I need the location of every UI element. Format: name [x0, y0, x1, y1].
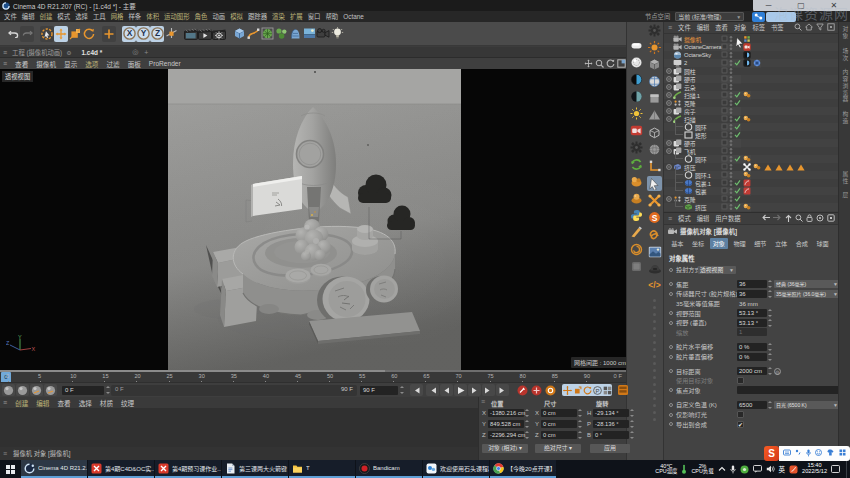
- menu-扩展[interactable]: 扩展: [290, 12, 303, 21]
- tray-notification-icon[interactable]: [831, 465, 840, 473]
- tray-mic-icon[interactable]: [730, 465, 736, 474]
- palette-code-icon[interactable]: </>: [647, 278, 662, 293]
- attr-tab-立体[interactable]: 立体: [772, 238, 791, 249]
- field-value[interactable]: 36: [737, 280, 767, 288]
- end-frame-field[interactable]: 90 F: [360, 386, 398, 395]
- anim-key-ball-2-icon[interactable]: [16, 384, 29, 396]
- menu-网格[interactable]: 网格: [111, 12, 124, 21]
- palette-sun2-icon[interactable]: [647, 40, 662, 55]
- om-filter-icon[interactable]: [816, 23, 824, 32]
- prev-frame-button[interactable]: [440, 384, 453, 396]
- toolbar-add-cube-button[interactable]: [232, 26, 246, 42]
- attr-tab-基本[interactable]: 基本: [668, 238, 687, 249]
- field-stepper[interactable]: [768, 309, 772, 317]
- next-frame-button[interactable]: [468, 384, 481, 396]
- kf-parameter-toggle[interactable]: P: [592, 385, 601, 394]
- palette-mat-capsule-icon[interactable]: [629, 38, 644, 53]
- docbar-menu-icon[interactable]: ≡: [3, 49, 7, 56]
- menu-运动图形[interactable]: 运动图形: [164, 12, 190, 21]
- attr-tab-球面[interactable]: 球面: [813, 238, 832, 249]
- palette-pyramid-icon[interactable]: [647, 108, 662, 123]
- tag-tri-icon[interactable]: [797, 164, 805, 171]
- taskbar-item[interactable]: Bandicam: [356, 460, 422, 478]
- attr-tab-坐标[interactable]: 坐标: [689, 238, 708, 249]
- document-tab[interactable]: 1.c4d *: [76, 49, 109, 56]
- palette-grey-box-icon[interactable]: [629, 259, 644, 274]
- toolbar-add-camera-button[interactable]: [316, 26, 330, 42]
- palette-gear-dark-icon[interactable]: [629, 140, 644, 155]
- vp-rotate-icon[interactable]: [606, 59, 615, 69]
- timeline-window-button[interactable]: [617, 384, 629, 396]
- dock-tab-内容浏览器[interactable]: 内容浏览器: [841, 69, 850, 103]
- tray-sogou-icon[interactable]: [789, 465, 798, 474]
- coord-value-旋转-H[interactable]: -29.134 °: [593, 409, 629, 417]
- om-menu-书签[interactable]: 书签: [771, 23, 784, 32]
- kf-pla-toggle[interactable]: [602, 385, 611, 394]
- coord-stepper[interactable]: [525, 431, 529, 439]
- menu-样条[interactable]: 样条: [128, 12, 141, 21]
- anim-key-ball-4-icon[interactable]: [44, 384, 57, 396]
- menu-模式[interactable]: 模式: [57, 12, 70, 21]
- palette-photo-icon[interactable]: [647, 244, 662, 259]
- viewport-menu-显示[interactable]: 显示: [64, 59, 77, 69]
- vp-toggle-icon[interactable]: [617, 59, 626, 69]
- menu-工具[interactable]: 工具: [93, 12, 106, 21]
- taskbar-item[interactable]: 欢迎使用石头课程群: [423, 460, 489, 478]
- viewport-menu-面板[interactable]: 面板: [128, 59, 141, 69]
- vp-pan-icon[interactable]: [584, 59, 593, 69]
- field-value[interactable]: 0 %: [737, 343, 767, 351]
- coord-value-位置-Z[interactable]: -2296.294 cm: [488, 431, 524, 439]
- coords-mode-select[interactable]: 对象 (相对) ▾: [482, 444, 528, 453]
- frame-stepper[interactable]: [106, 386, 110, 394]
- am-menu-编辑[interactable]: 编辑: [697, 214, 710, 223]
- gear-icon[interactable]: ⚙: [66, 49, 71, 56]
- tree-row[interactable]: 挤压: [664, 203, 839, 211]
- coord-stepper[interactable]: [578, 409, 582, 417]
- field-stepper[interactable]: [768, 280, 772, 288]
- vp-zoom-icon[interactable]: [595, 59, 604, 69]
- toolbar-lock-y-tool[interactable]: Y: [136, 26, 150, 42]
- coord-stepper[interactable]: [630, 409, 634, 417]
- palette-sync-green-icon[interactable]: [629, 157, 644, 172]
- om-search-icon[interactable]: [794, 23, 802, 32]
- field-stepper[interactable]: [768, 353, 772, 361]
- palette-mat-ball-icon[interactable]: [629, 55, 644, 70]
- field-checkbox[interactable]: [737, 377, 744, 384]
- taskbar-item[interactable]: Cinema 4D R21.2...: [21, 460, 87, 478]
- toolbar-rotate-tool[interactable]: [82, 26, 96, 42]
- tray-clock[interactable]: 15:402022/5/12: [802, 463, 827, 474]
- palette-cap-icon[interactable]: [647, 261, 662, 276]
- om-menu-编辑[interactable]: 编辑: [697, 23, 710, 32]
- tag-phong-icon[interactable]: [743, 203, 751, 211]
- toolbar-add-light-button[interactable]: [330, 26, 344, 42]
- am-menu-模式[interactable]: 模式: [678, 214, 691, 223]
- apply-button[interactable]: 应用: [590, 444, 630, 453]
- field-stepper[interactable]: [768, 319, 772, 327]
- field-stepper[interactable]: [768, 343, 772, 351]
- field-select[interactable]: 35毫米照片 (36.0毫米)▼: [774, 290, 840, 298]
- field-stepper[interactable]: [768, 401, 772, 409]
- sogou-mic-icon[interactable]: [806, 449, 811, 459]
- tree-collapse-icon[interactable]: [666, 100, 672, 107]
- field-value[interactable]: 2000 cm: [737, 367, 767, 375]
- tray-input-lang[interactable]: 英: [779, 464, 786, 474]
- prev-key-button[interactable]: [426, 384, 439, 396]
- play-button[interactable]: [454, 384, 467, 396]
- tree-collapse-icon[interactable]: [666, 108, 672, 115]
- toolbar-add-spline-button[interactable]: [246, 26, 260, 42]
- tray-chevron-up-icon[interactable]: [718, 466, 726, 472]
- tree-collapse-icon[interactable]: [666, 196, 672, 203]
- field-value[interactable]: 53.13 °: [737, 309, 767, 317]
- om-home-icon[interactable]: [805, 23, 813, 32]
- field-objectbox[interactable]: [737, 386, 842, 394]
- am-search-icon[interactable]: [795, 214, 803, 223]
- object-name[interactable]: 挤压: [695, 203, 706, 212]
- palette-orange-s-icon[interactable]: S: [647, 210, 662, 225]
- kf-position-toggle[interactable]: [562, 385, 571, 394]
- palette-gear2-icon[interactable]: [647, 23, 662, 38]
- attr-tab-对象[interactable]: 对象: [710, 238, 729, 249]
- palette-check-ball-icon[interactable]: [647, 74, 662, 89]
- palette-orange-x-icon[interactable]: [647, 193, 662, 208]
- tag-blue-ring-icon[interactable]: [753, 59, 761, 67]
- anim-key-ball-1-icon[interactable]: [2, 384, 15, 396]
